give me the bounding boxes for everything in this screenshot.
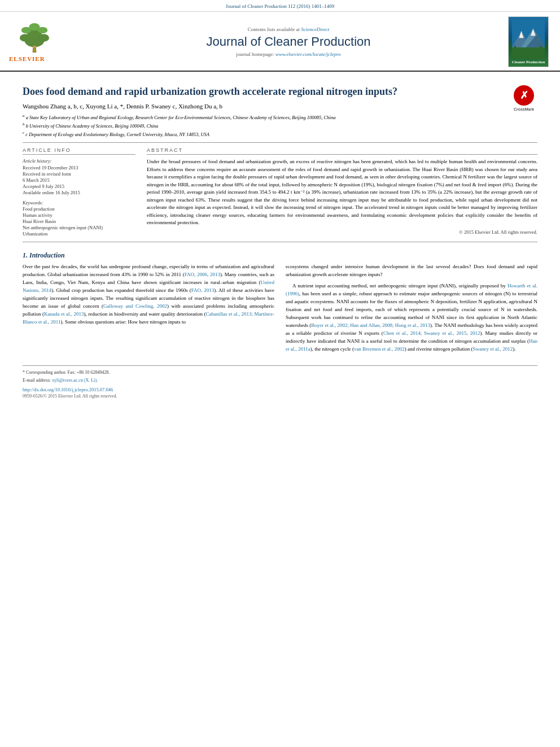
main-content: Does food demand and rapid urbanization … bbox=[0, 72, 560, 404]
svg-rect-20 bbox=[512, 47, 545, 60]
affiliation-c: c c Department of Ecology and Evolutiona… bbox=[23, 130, 537, 138]
history-revised-date: 6 March 2015 bbox=[23, 177, 135, 183]
crossmark-badge: ✗ CrossMark bbox=[510, 85, 537, 112]
history-revised-label: Received in revised form bbox=[23, 171, 135, 177]
svg-point-7 bbox=[29, 23, 40, 31]
ref-chen[interactable]: Chen et al., 2014; Swaney et al., 2015, … bbox=[383, 330, 480, 336]
ref-van-breemen[interactable]: van Breemen et al., 2002 bbox=[354, 346, 405, 352]
page: Journal of Cleaner Production 112 (2016)… bbox=[0, 0, 560, 747]
crossmark-label: CrossMark bbox=[514, 107, 534, 112]
keywords-label: Keywords: bbox=[23, 200, 135, 206]
intro-col-1: Over the past few decades, the world has… bbox=[23, 263, 274, 356]
keywords-section: Keywords: Food production Human activity… bbox=[23, 200, 135, 237]
intro-columns: Over the past few decades, the world has… bbox=[23, 263, 537, 356]
authors-line: Wangshou Zhang a, b, c, Xuyong Li a, *, … bbox=[23, 103, 537, 110]
affiliation-b: b b University of Chinese Academy of Sci… bbox=[23, 121, 537, 130]
ref-fao-2013[interactable]: FAO, 2013 bbox=[191, 287, 215, 293]
email-link[interactable]: xyli@rcees.ac.cn (X. Li). bbox=[52, 378, 98, 383]
section-title-intro: 1. Introduction bbox=[23, 251, 537, 260]
affiliations-section: a a State Key Laboratory of Urban and Re… bbox=[23, 113, 537, 138]
keyword-5: Urbanization bbox=[23, 231, 135, 237]
affiliation-a: a a State Key Laboratory of Urban and Re… bbox=[23, 113, 537, 121]
divider-line-2 bbox=[23, 242, 537, 242]
ref-un-2014[interactable]: United Nations, 2014 bbox=[23, 279, 274, 293]
issn-text: 0959-6526/© 2015 Elsevier Ltd. All right… bbox=[23, 394, 537, 399]
copyright-notice: © 2015 Elsevier Ltd. All rights reserved… bbox=[147, 229, 537, 235]
ref-howarth[interactable]: Howarth et al. (1996) bbox=[286, 283, 537, 296]
abstract-text: Under the broad pressures of food demand… bbox=[147, 158, 537, 227]
ref-boyer[interactable]: Boyer et al., 2002; Han and Allan, 2008;… bbox=[311, 322, 430, 328]
introduction-section: 1. Introduction Over the past few decade… bbox=[23, 251, 537, 356]
article-info-label: ARTICLE INFO bbox=[23, 147, 135, 155]
corresponding-author: * Corresponding author. Fax: +86 10 6284… bbox=[23, 369, 537, 375]
sciencedirect-label: Contents lists available at ScienceDirec… bbox=[71, 27, 506, 32]
doi-link[interactable]: http://dx.doi.org/10.1016/j.jclepro.2015… bbox=[23, 387, 537, 392]
footnotes: * Corresponding author. Fax: +86 10 6284… bbox=[23, 365, 537, 398]
svg-point-8 bbox=[33, 46, 36, 49]
journal-citation: Journal of Cleaner Production 112 (2016)… bbox=[226, 3, 335, 9]
keyword-1: Food production bbox=[23, 206, 135, 212]
cleaner-prod-image: Cleaner Production bbox=[508, 16, 549, 67]
divider-line bbox=[23, 142, 537, 143]
ref-kanada[interactable]: Kanada et al., 2013 bbox=[44, 311, 84, 317]
article-title-text: Does food demand and rapid urbanization … bbox=[23, 86, 397, 97]
elsevier-wordmark: ELSEVIER bbox=[9, 55, 45, 62]
abstract-label: ABSTRACT bbox=[147, 147, 537, 155]
sciencedirect-link[interactable]: ScienceDirect bbox=[301, 27, 329, 32]
ref-galloway[interactable]: Galloway and Cowling, 2002 bbox=[103, 303, 167, 309]
crossmark-icon: ✗ bbox=[514, 85, 534, 106]
intro-col1-text: Over the past few decades, the world has… bbox=[23, 263, 274, 326]
journal-title-section: Contents lists available at ScienceDirec… bbox=[71, 27, 506, 57]
journal-citation-bar: Journal of Cleaner Production 112 (2016)… bbox=[0, 0, 560, 12]
cleaner-prod-scene-icon bbox=[509, 19, 548, 60]
intro-col2-text: ecosystems changed under intensive human… bbox=[286, 263, 537, 353]
keyword-2: Human activity bbox=[23, 212, 135, 218]
article-title-section: Does food demand and rapid urbanization … bbox=[23, 85, 537, 98]
elsevier-logo: ELSEVIER bbox=[9, 21, 71, 62]
journal-homepage: journal homepage: www.elsevier.com/locat… bbox=[71, 51, 506, 57]
article-info-col: ARTICLE INFO Article history: Received 1… bbox=[23, 147, 135, 237]
keyword-3: Huai River Basin bbox=[23, 219, 135, 224]
abstract-col: ABSTRACT Under the broad pressures of fo… bbox=[147, 147, 537, 237]
email-footnote: E-mail address: xyli@rcees.ac.cn (X. Li)… bbox=[23, 377, 537, 383]
elsevier-tree-icon bbox=[9, 21, 60, 54]
history-online: Available online 16 July 2015 bbox=[23, 190, 135, 195]
ref-fao-2006-2013[interactable]: FAO, 2006, 2013 bbox=[185, 272, 220, 277]
elsevier-logo-section: ELSEVIER bbox=[9, 21, 71, 62]
ref-swaney-2012[interactable]: Swaney et al., 2012 bbox=[473, 346, 513, 352]
journal-header: ELSEVIER Contents lists available at Sci… bbox=[0, 12, 560, 72]
intro-col-2: ecosystems changed under intensive human… bbox=[286, 263, 537, 356]
history-received: Received 19 December 2013 bbox=[23, 165, 135, 171]
cleaner-production-badge: Cleaner Production bbox=[506, 16, 551, 67]
info-abstract-section: ARTICLE INFO Article history: Received 1… bbox=[23, 147, 537, 237]
cleaner-prod-label: Cleaner Production bbox=[512, 60, 545, 64]
authors-text: Wangshou Zhang a, b, c, Xuyong Li a, *, … bbox=[23, 103, 222, 110]
homepage-url[interactable]: www.elsevier.com/locate/jclepro bbox=[275, 51, 341, 57]
article-history-label: Article history: bbox=[23, 158, 135, 164]
keyword-4: Net anthropogenic nitrogen input (NANI) bbox=[23, 225, 135, 230]
journal-name: Journal of Cleaner Production bbox=[71, 34, 506, 49]
history-accepted: Accepted 9 July 2015 bbox=[23, 184, 135, 189]
